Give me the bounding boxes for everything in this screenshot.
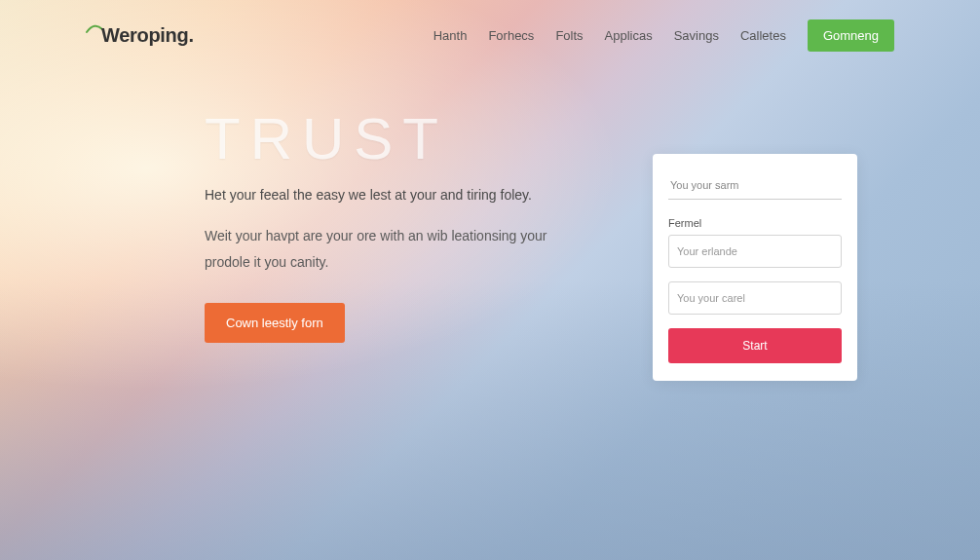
nav-link-5[interactable]: Calletes xyxy=(740,28,786,43)
form-field2-input[interactable] xyxy=(668,235,842,268)
hero-content: TRUST Het your feeal the easy we lest at… xyxy=(205,105,575,381)
signup-form: Fermel Start xyxy=(653,154,857,381)
hero-section: TRUST Het your feeal the easy we lest at… xyxy=(0,52,980,381)
logo: Weroping. xyxy=(86,20,194,52)
nav-link-3[interactable]: Applicas xyxy=(605,28,653,43)
form-submit-button[interactable]: Start xyxy=(668,328,842,363)
hero-title: TRUST xyxy=(205,105,575,172)
nav-link-1[interactable]: Forhecs xyxy=(488,28,534,43)
nav-link-0[interactable]: Hanth xyxy=(433,28,468,43)
nav-link-4[interactable]: Savings xyxy=(674,28,719,43)
nav-link-2[interactable]: Folts xyxy=(555,28,583,43)
nav-cta-button[interactable]: Gomneng xyxy=(808,19,894,52)
form-field3-input[interactable] xyxy=(668,281,842,315)
hero-subtitle: Het your feeal the easy we lest at your … xyxy=(205,184,575,205)
hero-description: Weit your havpt are your ore with an wib… xyxy=(205,223,575,275)
header: Weroping. Hanth Forhecs Folts Applicas S… xyxy=(0,0,980,52)
hero-cta-button[interactable]: Cown leestly forn xyxy=(205,303,345,343)
form-name-input[interactable] xyxy=(668,175,842,200)
form-label: Fermel xyxy=(668,217,842,229)
logo-text: Weroping. xyxy=(101,24,194,47)
main-nav: Hanth Forhecs Folts Applicas Savings Cal… xyxy=(433,19,894,52)
